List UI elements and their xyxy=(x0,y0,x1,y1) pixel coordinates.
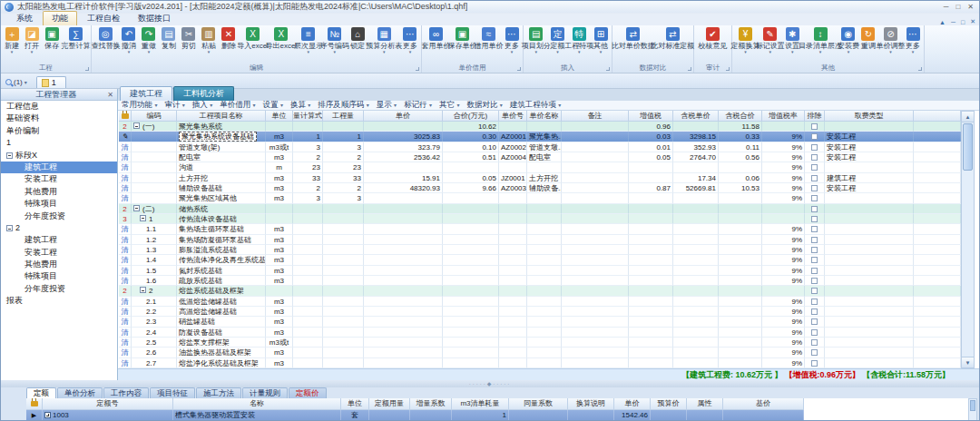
cell-tp[interactable]: 17.34 xyxy=(673,173,719,183)
ribbon-button-设置[interactable]: ✱设置▾ xyxy=(782,27,802,54)
cell-fee[interactable] xyxy=(825,193,914,203)
sidebar-item-特殊项目[interactable]: 特殊项目 xyxy=(1,198,117,210)
cell-unit[interactable]: m3 xyxy=(266,266,293,276)
cell-total[interactable] xyxy=(443,338,499,348)
collapse-ribbon-button[interactable]: ▲ xyxy=(939,19,946,25)
cell-name[interactable]: 传热流体设备基础 xyxy=(177,214,266,224)
exclude-checkbox[interactable] xyxy=(811,185,818,191)
cell-name[interactable]: 土方开挖 xyxy=(177,173,266,183)
cell-tt[interactable] xyxy=(719,204,762,214)
exclude-checkbox[interactable] xyxy=(811,206,818,212)
cell-total[interactable]: 10.62 xyxy=(443,122,499,132)
exclude-checkbox[interactable] xyxy=(811,349,818,356)
cell-exclude[interactable] xyxy=(805,132,825,142)
cell-price[interactable] xyxy=(364,348,443,357)
column-header-工程项目名称[interactable]: 工程项目名称 xyxy=(177,111,266,122)
vertical-scrollbar[interactable]: ▲ ▼ xyxy=(961,111,975,368)
quota-column-header-单价[interactable]: 单价 xyxy=(614,398,651,410)
table-row[interactable]: 清1.2集热场防凝循环泵基础m39% xyxy=(119,235,961,245)
sidebar-item-1[interactable]: 1 xyxy=(1,137,117,149)
cell-fee[interactable] xyxy=(825,204,914,214)
cell-exclude[interactable] xyxy=(805,276,825,286)
quota-column-header-同量系数[interactable]: 同量系数 xyxy=(509,398,568,410)
quota-cell-same_coef[interactable] xyxy=(509,410,568,421)
cell-qe[interactable] xyxy=(293,307,323,317)
ribbon-button-删除[interactable]: ✕删除 xyxy=(219,27,239,54)
table-row[interactable]: 清管道支墩(架)m3或t33323.790.10AZ0002管道支墩...0.0… xyxy=(119,142,961,152)
quota-column-header-定额号[interactable]: 定额号 xyxy=(43,398,173,410)
cell-vat[interactable] xyxy=(629,317,673,327)
cell-pname[interactable] xyxy=(527,348,562,357)
cell-filler[interactable] xyxy=(914,204,961,214)
table-row[interactable]: 清2.3硝盐罐基础m39% xyxy=(119,317,961,327)
cell-unit[interactable]: m3 xyxy=(266,328,293,338)
table-row[interactable]: 清配电室m3222536.420.51AZ0004配电室0.052764.700… xyxy=(119,152,961,162)
cell-tp[interactable] xyxy=(673,307,719,317)
cell-tt[interactable] xyxy=(719,235,762,245)
cell-total[interactable] xyxy=(443,214,499,224)
cell-vat[interactable] xyxy=(629,266,673,276)
column-header-备注[interactable]: 备注 xyxy=(562,111,629,122)
cell-filler[interactable] xyxy=(914,162,961,172)
cell-pno[interactable] xyxy=(499,255,527,265)
table-row[interactable]: ✎聚光集热系统设备基础m3113025.830.30AZ0001聚光集热...0… xyxy=(119,132,961,142)
cell-name[interactable]: 高温熔盐储罐基础 xyxy=(177,307,266,317)
menu-显示[interactable]: 显示 ▾ xyxy=(377,100,397,111)
quota-column-header-基价[interactable]: 基价 xyxy=(723,398,804,410)
exclude-checkbox[interactable] xyxy=(811,237,818,243)
cell-rate[interactable]: 9% xyxy=(762,235,805,245)
cell-unit[interactable]: m3 xyxy=(266,317,293,327)
cell-tp[interactable] xyxy=(673,255,719,265)
cell-pname[interactable] xyxy=(527,214,562,224)
quota-column-header-增量系数[interactable]: 增量系数 xyxy=(410,398,452,410)
cell-unit[interactable]: m3或t xyxy=(266,338,293,348)
exclude-checkbox[interactable] xyxy=(811,268,818,274)
sidebar-item-标段X[interactable]: 标段X xyxy=(1,150,117,162)
cell-pname[interactable] xyxy=(527,224,562,234)
cell-pno[interactable]: AZ0004 xyxy=(499,152,527,162)
cell-tp[interactable] xyxy=(673,245,719,255)
cell-rate[interactable]: 9% xyxy=(762,152,805,162)
cell-fee[interactable] xyxy=(825,224,914,234)
quota-column-header-定额用量[interactable]: 定额用量 xyxy=(369,398,410,410)
cell-exclude[interactable] xyxy=(805,162,825,172)
cell-total[interactable] xyxy=(443,193,499,203)
cell-pno[interactable] xyxy=(499,162,527,172)
table-row[interactable]: 清2.1低温熔盐储罐基础m39% xyxy=(119,297,961,307)
cell-vat[interactable] xyxy=(629,204,673,214)
exclude-checkbox[interactable] xyxy=(811,299,818,305)
cell-vat[interactable] xyxy=(629,348,673,357)
cell-price[interactable]: 15.91 xyxy=(364,173,443,183)
table-row[interactable]: 2(二)储热系统 xyxy=(119,204,961,214)
cell-qe[interactable] xyxy=(293,214,323,224)
cell-price[interactable] xyxy=(364,204,443,214)
sidebar-item-建筑工程[interactable]: 建筑工程 xyxy=(1,234,117,246)
cell-note[interactable] xyxy=(562,183,629,193)
document-tab[interactable]: 1 xyxy=(36,76,66,88)
column-header-编码[interactable]: 编码 xyxy=(132,111,177,122)
cell-exclude[interactable] xyxy=(805,338,825,348)
cell-tt[interactable] xyxy=(719,224,762,234)
cell-flag[interactable]: 清 xyxy=(119,338,132,348)
cell-qe[interactable] xyxy=(293,348,323,357)
cell-unit[interactable]: m3 xyxy=(266,255,293,265)
column-header-排除[interactable]: 排除 xyxy=(805,111,825,122)
cell-total[interactable] xyxy=(443,245,499,255)
cell-tt[interactable] xyxy=(719,286,762,296)
cell-total[interactable] xyxy=(443,348,499,357)
mdi-close-button[interactable]: ✕ xyxy=(970,18,975,25)
quota-column-header-属性[interactable]: 属性 xyxy=(687,398,723,410)
cell-unit[interactable]: m3 xyxy=(266,245,293,255)
cell-fee[interactable] xyxy=(825,297,914,307)
quota-cell-unit[interactable]: 套 xyxy=(341,410,369,421)
quota-cell-lock[interactable]: ▶ xyxy=(26,410,43,421)
cell-pname[interactable] xyxy=(527,235,562,245)
cell-tt[interactable] xyxy=(719,297,762,307)
sidebar-item-特殊项目[interactable]: 特殊项目 xyxy=(1,270,117,282)
cell-pname[interactable]: 配电室 xyxy=(527,152,562,162)
cell-qty[interactable]: 3 xyxy=(323,193,364,203)
cell-tp[interactable] xyxy=(673,317,719,327)
column-header-单价号[interactable]: 单价号 xyxy=(499,111,527,122)
cell-qty[interactable]: 23 xyxy=(323,162,364,172)
cell-unit[interactable] xyxy=(266,204,293,214)
